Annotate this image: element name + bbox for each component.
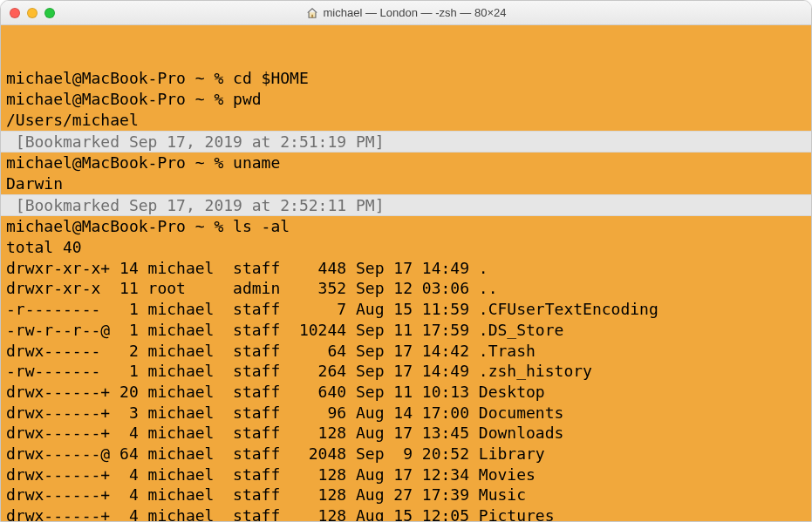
output-line: -r-------- 1 michael staff 7 Aug 15 11:5…: [6, 299, 806, 320]
window-title: michael — London — -zsh — 80×24: [1, 6, 811, 19]
titlebar[interactable]: michael — London — -zsh — 80×24: [1, 1, 811, 25]
output-line: drwx------+ 4 michael staff 128 Aug 17 1…: [6, 423, 806, 444]
command-line: michael@MacBook-Pro ~ % cd $HOME: [6, 68, 806, 89]
output-line: -rw------- 1 michael staff 264 Sep 17 14…: [6, 361, 806, 382]
output-line: drwx------@ 64 michael staff 2048 Sep 9 …: [6, 444, 806, 464]
output-line: Darwin: [6, 173, 806, 194]
command-line: michael@MacBook-Pro ~ % uname: [6, 153, 806, 173]
output-line: /Users/michael: [6, 110, 806, 131]
output-line: drwx------+ 20 michael staff 640 Sep 11 …: [6, 382, 806, 403]
command-line: michael@MacBook-Pro ~ % pwd: [6, 89, 806, 110]
window-title-text: michael — London — -zsh — 80×24: [324, 6, 507, 19]
output-line: drwx------+ 3 michael staff 96 Aug 14 17…: [6, 403, 806, 424]
bookmark-line: [Bookmarked Sep 17, 2019 at 2:51:19 PM]: [1, 131, 811, 153]
minimize-icon[interactable]: [27, 8, 38, 18]
zoom-icon[interactable]: [44, 8, 55, 18]
home-icon: [306, 7, 318, 19]
output-line: drwx------+ 4 michael staff 128 Aug 15 1…: [6, 505, 806, 521]
output-line: total 40: [6, 237, 806, 258]
output-line: drwxr-xr-x 11 root admin 352 Sep 12 03:0…: [6, 278, 806, 299]
terminal-window: michael — London — -zsh — 80×24 michael@…: [0, 0, 812, 522]
output-line: drwx------+ 4 michael staff 128 Aug 27 1…: [6, 485, 806, 505]
output-line: drwxr-xr-x+ 14 michael staff 448 Sep 17 …: [6, 258, 806, 279]
terminal-content[interactable]: michael@MacBook-Pro ~ % cd $HOMEmichael@…: [1, 25, 811, 521]
command-line: michael@MacBook-Pro ~ % ls -al: [6, 216, 806, 237]
close-icon[interactable]: [10, 8, 20, 18]
output-line: -rw-r--r--@ 1 michael staff 10244 Sep 11…: [6, 320, 806, 341]
window-controls: [1, 8, 55, 18]
output-line: drwx------ 2 michael staff 64 Sep 17 14:…: [6, 341, 806, 362]
scrollbar[interactable]: [797, 25, 811, 521]
svg-rect-0: [311, 14, 313, 17]
bookmark-line: [Bookmarked Sep 17, 2019 at 2:52:11 PM]: [1, 194, 811, 217]
output-line: drwx------+ 4 michael staff 128 Aug 17 1…: [6, 464, 806, 485]
